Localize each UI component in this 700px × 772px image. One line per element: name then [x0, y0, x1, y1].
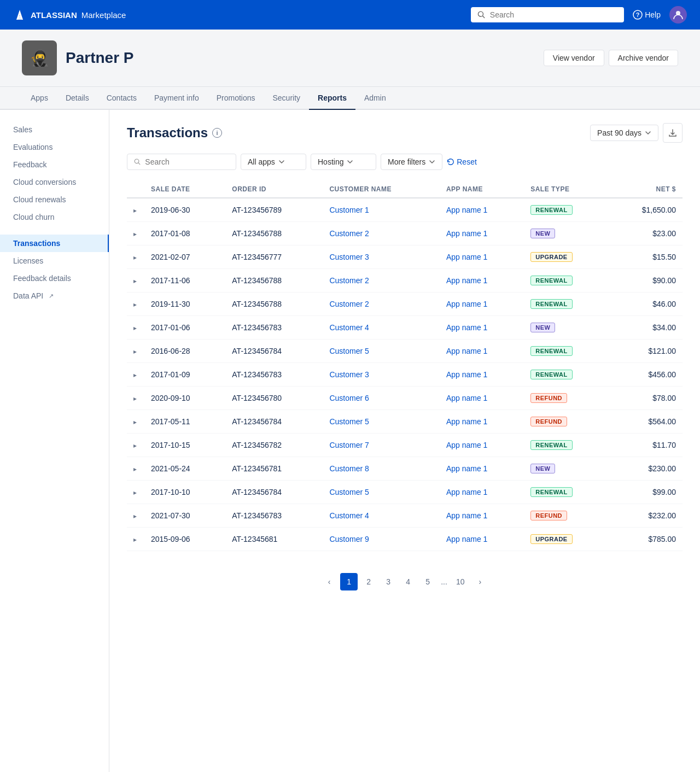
app-name[interactable]: App name 1 [440, 222, 524, 245]
expand-cell[interactable]: ▸ [127, 222, 144, 245]
app-name[interactable]: App name 1 [440, 316, 524, 340]
expand-cell[interactable]: ▸ [127, 293, 144, 316]
sub-nav-item-contacts[interactable]: Contacts [98, 87, 145, 110]
app-name[interactable]: App name 1 [440, 340, 524, 363]
customer-name[interactable]: Customer 7 [323, 434, 439, 457]
customer-link[interactable]: Customer 7 [329, 441, 369, 449]
app-link[interactable]: App name 1 [446, 464, 488, 473]
sub-nav-item-payment-info[interactable]: Payment info [145, 87, 208, 110]
sidebar-item-licenses[interactable]: Licenses [0, 252, 109, 270]
expand-cell[interactable]: ▸ [127, 198, 144, 222]
customer-name[interactable]: Customer 3 [323, 245, 439, 269]
app-link[interactable]: App name 1 [446, 394, 488, 402]
sidebar-item-evaluations[interactable]: Evaluations [0, 138, 109, 156]
view-vendor-button[interactable]: View vendor [544, 50, 604, 66]
expand-cell[interactable]: ▸ [127, 340, 144, 363]
expand-cell[interactable]: ▸ [127, 269, 144, 293]
expand-icon[interactable]: ▸ [133, 536, 137, 543]
customer-link[interactable]: Customer 4 [329, 323, 369, 332]
expand-icon[interactable]: ▸ [133, 371, 137, 379]
customer-link[interactable]: Customer 6 [329, 394, 369, 402]
customer-link[interactable]: Customer 5 [329, 488, 369, 496]
customer-name[interactable]: Customer 2 [323, 222, 439, 245]
customer-name[interactable]: Customer 5 [323, 481, 439, 504]
hosting-filter[interactable]: Hosting [311, 154, 376, 170]
sidebar-item-cloud-churn[interactable]: Cloud churn [0, 208, 109, 226]
app-name[interactable]: App name 1 [440, 504, 524, 528]
app-name[interactable]: App name 1 [440, 269, 524, 293]
customer-link[interactable]: Customer 2 [329, 229, 369, 238]
transaction-search[interactable] [127, 154, 236, 170]
app-name[interactable]: App name 1 [440, 528, 524, 551]
sidebar-item-feedback-details[interactable]: Feedback details [0, 270, 109, 287]
pagination-page-3[interactable]: 3 [380, 573, 397, 590]
reset-button[interactable]: Reset [447, 157, 477, 166]
expand-icon[interactable]: ▸ [133, 418, 137, 426]
sidebar-item-data-api[interactable]: Data API↗ [0, 287, 109, 305]
pagination-prev[interactable]: ‹ [320, 573, 338, 590]
customer-name[interactable]: Customer 4 [323, 504, 439, 528]
expand-cell[interactable]: ▸ [127, 481, 144, 504]
app-name[interactable]: App name 1 [440, 387, 524, 410]
app-name[interactable]: App name 1 [440, 293, 524, 316]
more-filters-button[interactable]: More filters [381, 154, 442, 170]
expand-icon[interactable]: ▸ [133, 489, 137, 496]
expand-cell[interactable]: ▸ [127, 528, 144, 551]
expand-icon[interactable]: ▸ [133, 277, 137, 285]
customer-link[interactable]: Customer 3 [329, 253, 369, 261]
sub-nav-item-apps[interactable]: Apps [22, 87, 57, 110]
pagination-page-10[interactable]: 10 [452, 573, 469, 590]
customer-name[interactable]: Customer 2 [323, 269, 439, 293]
expand-icon[interactable]: ▸ [133, 348, 137, 355]
archive-vendor-button[interactable]: Archive vendor [609, 50, 678, 66]
expand-cell[interactable]: ▸ [127, 387, 144, 410]
customer-link[interactable]: Customer 2 [329, 276, 369, 285]
transaction-search-input[interactable] [145, 157, 229, 166]
expand-cell[interactable]: ▸ [127, 410, 144, 434]
app-link[interactable]: App name 1 [446, 253, 488, 261]
expand-cell[interactable]: ▸ [127, 457, 144, 481]
pagination-page-1[interactable]: 1 [340, 573, 358, 590]
sidebar-item-cloud-conversions[interactable]: Cloud conversions [0, 173, 109, 191]
help-button[interactable]: ? Help [633, 10, 661, 20]
sub-nav-item-reports[interactable]: Reports [309, 87, 355, 110]
customer-name[interactable]: Customer 9 [323, 528, 439, 551]
expand-cell[interactable]: ▸ [127, 316, 144, 340]
global-search[interactable] [471, 7, 624, 22]
customer-link[interactable]: Customer 5 [329, 417, 369, 426]
pagination-page-4[interactable]: 4 [399, 573, 417, 590]
app-link[interactable]: App name 1 [446, 229, 488, 238]
expand-icon[interactable]: ▸ [133, 395, 137, 402]
user-avatar[interactable] [669, 6, 687, 24]
sidebar-item-sales[interactable]: Sales [0, 121, 109, 138]
pagination-page-5[interactable]: 5 [419, 573, 436, 590]
sub-nav-item-details[interactable]: Details [57, 87, 98, 110]
app-name[interactable]: App name 1 [440, 245, 524, 269]
app-name[interactable]: App name 1 [440, 457, 524, 481]
customer-name[interactable]: Customer 5 [323, 410, 439, 434]
app-link[interactable]: App name 1 [446, 276, 488, 285]
apps-filter[interactable]: All apps [241, 154, 306, 170]
expand-cell[interactable]: ▸ [127, 434, 144, 457]
app-link[interactable]: App name 1 [446, 417, 488, 426]
app-link[interactable]: App name 1 [446, 347, 488, 355]
sidebar-item-transactions[interactable]: Transactions [0, 235, 109, 252]
expand-icon[interactable]: ▸ [133, 301, 137, 308]
customer-name[interactable]: Customer 5 [323, 340, 439, 363]
app-link[interactable]: App name 1 [446, 441, 488, 449]
customer-link[interactable]: Customer 5 [329, 347, 369, 355]
app-link[interactable]: App name 1 [446, 206, 488, 214]
sub-nav-item-security[interactable]: Security [264, 87, 310, 110]
info-icon[interactable]: i [212, 128, 222, 138]
app-name[interactable]: App name 1 [440, 410, 524, 434]
expand-cell[interactable]: ▸ [127, 363, 144, 387]
sidebar-item-cloud-renewals[interactable]: Cloud renewals [0, 191, 109, 208]
download-button[interactable] [663, 123, 682, 143]
customer-name[interactable]: Customer 8 [323, 457, 439, 481]
customer-name[interactable]: Customer 2 [323, 293, 439, 316]
customer-link[interactable]: Customer 1 [329, 206, 369, 214]
customer-link[interactable]: Customer 4 [329, 511, 369, 520]
customer-name[interactable]: Customer 4 [323, 316, 439, 340]
customer-link[interactable]: Customer 2 [329, 300, 369, 308]
app-name[interactable]: App name 1 [440, 481, 524, 504]
